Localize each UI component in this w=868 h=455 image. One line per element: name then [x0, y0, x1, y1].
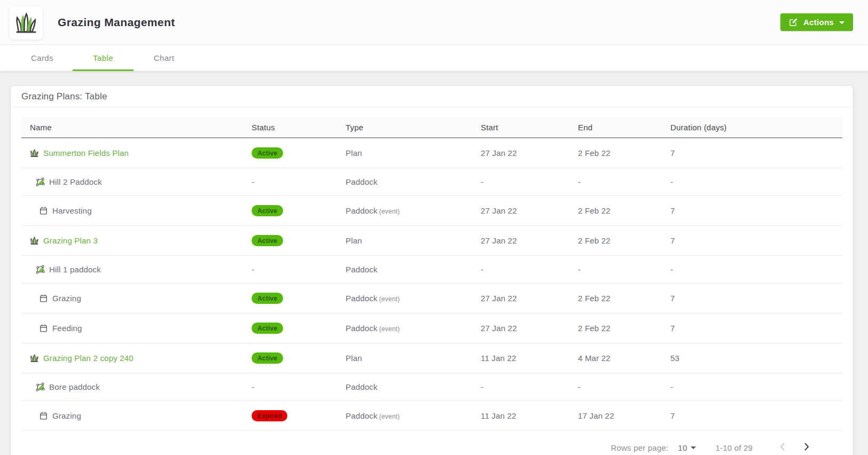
start-date: - — [472, 168, 569, 196]
end-date: 2 Feb 22 — [569, 138, 662, 168]
actions-button[interactable]: Actions — [780, 13, 853, 31]
rows-per-page-label: Rows per page: — [611, 443, 668, 452]
status-badge: Active — [252, 147, 283, 159]
previous-page-button[interactable] — [774, 440, 790, 455]
duration-value: - — [662, 256, 842, 284]
duration-value: 7 — [662, 196, 842, 226]
app-header: Grazing Management Actions — [0, 0, 868, 45]
duration-value: 7 — [662, 401, 842, 431]
column-header-type: Type — [337, 117, 472, 138]
rows-per-page-value: 10 — [678, 443, 687, 452]
page-range-label: 1-10 of 29 — [715, 443, 753, 452]
duration-value: 7 — [662, 138, 842, 168]
status-badge: - — [252, 177, 254, 186]
grazing-plans-card: Grazing Plans: Table Name Status Type St… — [11, 86, 853, 455]
plan-name-link[interactable]: Grazing Plan 3 — [43, 236, 98, 245]
tab-chart[interactable]: Chart — [134, 45, 194, 71]
status-badge: Expired — [252, 410, 287, 421]
paddock-name: Hill 2 Paddock — [49, 177, 102, 186]
start-date: 11 Jan 22 — [472, 401, 569, 431]
duration-value: 7 — [662, 313, 842, 343]
grazing-plans-table: Name Status Type Start End Duration (day… — [21, 117, 842, 431]
end-date: 2 Feb 22 — [569, 284, 662, 313]
type-value: Paddock — [346, 382, 378, 391]
plan-name-link[interactable]: Grazing Plan 2 copy 240 — [43, 354, 134, 363]
type-value: Paddock — [346, 411, 378, 420]
chevron-left-icon — [779, 442, 785, 453]
status-badge: Active — [252, 205, 283, 216]
chevron-right-icon — [804, 442, 810, 453]
calendar-icon — [39, 294, 48, 303]
start-date: 11 Jan 22 — [472, 343, 569, 373]
event-name: Harvesting — [52, 206, 92, 215]
grass-icon — [30, 236, 39, 245]
status-badge: Active — [252, 235, 283, 246]
type-value: Paddock — [346, 177, 378, 186]
paddock-name: Bore paddock — [49, 382, 100, 391]
type-suffix: (event) — [379, 413, 400, 420]
type-value: Paddock — [346, 265, 378, 274]
event-name: Feeding — [52, 324, 82, 333]
table-row: Summerton Fields Plan Active Plan 27 Jan… — [21, 138, 842, 168]
type-suffix: (event) — [379, 295, 400, 303]
app-logo — [10, 6, 43, 40]
tab-cards[interactable]: Cards — [12, 45, 73, 71]
end-date: 2 Feb 22 — [569, 226, 662, 256]
card-title: Grazing Plans: Table — [11, 86, 853, 107]
type-value: Paddock — [346, 206, 378, 215]
end-date: - — [569, 168, 662, 196]
table-row: Harvesting Active Paddock(event) 27 Jan … — [21, 196, 842, 226]
grass-icon — [30, 354, 39, 363]
event-name: Grazing — [52, 411, 81, 420]
end-date: 17 Jan 22 — [569, 401, 662, 431]
type-value: Paddock — [346, 324, 378, 333]
type-suffix: (event) — [379, 208, 400, 215]
paddock-icon — [36, 177, 45, 186]
duration-value: 7 — [662, 226, 842, 256]
duration-value: - — [662, 373, 842, 401]
table-row: Bore paddock - Paddock - - - — [21, 373, 842, 401]
grass-icon — [14, 11, 38, 35]
paddock-icon — [36, 382, 45, 391]
table-row: Feeding Active Paddock(event) 27 Jan 22 … — [21, 313, 842, 343]
start-date: 27 Jan 22 — [472, 138, 569, 168]
end-date: 4 Mar 22 — [569, 343, 662, 373]
table-row: Grazing Expired Paddock(event) 11 Jan 22… — [21, 401, 842, 431]
type-value: Paddock — [346, 294, 378, 303]
tab-table[interactable]: Table — [73, 45, 134, 71]
actions-label: Actions — [803, 18, 834, 27]
table-body: Summerton Fields Plan Active Plan 27 Jan… — [21, 138, 842, 431]
type-value: Plan — [346, 354, 362, 363]
next-page-button[interactable] — [799, 440, 815, 455]
end-date: - — [569, 256, 662, 284]
rows-per-page-select[interactable]: 10 — [678, 443, 696, 452]
start-date: - — [472, 256, 569, 284]
type-value: Plan — [346, 236, 362, 245]
start-date: 27 Jan 22 — [472, 196, 569, 226]
page-title: Grazing Management — [58, 16, 175, 29]
duration-value: 7 — [662, 284, 842, 313]
table-header-row: Name Status Type Start End Duration (day… — [21, 117, 842, 138]
paddock-icon — [36, 265, 45, 274]
pagination-bar: Rows per page: 10 1-10 of 29 — [21, 431, 842, 455]
column-header-end: End — [569, 117, 662, 138]
table-row: Hill 2 Paddock - Paddock - - - — [21, 168, 842, 196]
column-header-duration: Duration (days) — [662, 117, 842, 138]
status-badge: Active — [252, 352, 283, 364]
column-header-start: Start — [472, 117, 569, 138]
status-badge: Active — [252, 323, 283, 334]
status-badge: - — [252, 382, 254, 391]
end-date: 2 Feb 22 — [569, 196, 662, 226]
start-date: 27 Jan 22 — [472, 313, 569, 343]
table-row: Grazing Plan 3 Active Plan 27 Jan 22 2 F… — [21, 226, 842, 256]
plan-name-link[interactable]: Summerton Fields Plan — [43, 148, 129, 158]
table-row: Grazing Plan 2 copy 240 Active Plan 11 J… — [21, 343, 842, 373]
table-row: Grazing Active Paddock(event) 27 Jan 22 … — [21, 284, 842, 313]
column-header-status: Status — [243, 117, 337, 138]
tab-bar: Cards Table Chart — [0, 45, 868, 71]
calendar-icon — [39, 411, 48, 420]
start-date: - — [472, 373, 569, 401]
status-badge: Active — [252, 293, 283, 304]
calendar-icon — [39, 206, 48, 215]
calendar-icon — [39, 324, 48, 333]
